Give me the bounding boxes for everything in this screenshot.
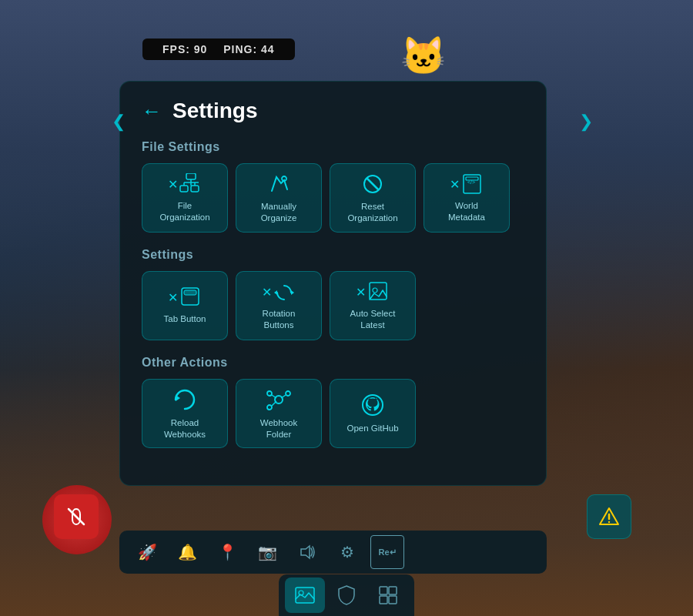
svg-rect-36	[380, 587, 387, 594]
file-organization-icon: ✕	[168, 173, 202, 195]
svg-marker-20	[274, 290, 277, 295]
open-github-label: Open GitHub	[346, 423, 398, 434]
webhook-folder-icon	[266, 387, 291, 412]
svg-rect-39	[389, 596, 397, 604]
reset-organization-icon	[361, 172, 384, 196]
open-github-button[interactable]: Open GitHub	[330, 379, 416, 448]
tab-grid-button[interactable]	[368, 578, 408, 613]
rocket-icon[interactable]: 🚀	[130, 535, 164, 569]
world-metadata-button[interactable]: ✕ </> WorldMetadata	[424, 163, 510, 233]
page-title: Settings	[172, 99, 257, 123]
file-settings-label: File Settings	[142, 140, 524, 154]
reload-webhooks-button[interactable]: ReloadWebhooks	[142, 379, 228, 448]
reload-webhooks-label: ReloadWebhooks	[164, 417, 206, 440]
settings-panel: ← Settings File Settings ✕	[119, 81, 547, 486]
file-settings-grid: ✕ FileOrganization	[142, 163, 524, 233]
auto-select-latest-icon: ✕	[356, 281, 390, 303]
fps-bar: FPS: 90 PING: 44	[142, 38, 295, 60]
webhook-folder-button[interactable]: WebhookFolder	[236, 379, 322, 448]
warning-panel	[587, 494, 631, 539]
warning-button[interactable]	[587, 494, 631, 539]
taskbar: 🚀 🔔 📍 📷 ⚙ Re↵	[119, 531, 547, 574]
svg-line-10	[367, 179, 378, 189]
svg-text:✕: ✕	[262, 286, 272, 299]
manually-organize-button[interactable]: ManuallyOrganize	[236, 163, 322, 233]
bell-icon[interactable]: 🔔	[170, 535, 204, 569]
settings-label: Settings	[142, 248, 524, 262]
other-actions-grid: ReloadWebhooks WebhookFolder	[142, 379, 524, 448]
svg-point-45	[608, 521, 610, 523]
svg-marker-33	[301, 546, 310, 558]
svg-rect-1	[186, 173, 196, 179]
svg-marker-24	[176, 395, 180, 401]
reset-organization-button[interactable]: ResetOrganization	[330, 163, 416, 233]
svg-rect-38	[380, 596, 387, 604]
settings-header: ← Settings	[142, 99, 524, 123]
svg-line-42	[69, 509, 84, 524]
rotation-buttons-label: RotationButtons	[263, 308, 296, 331]
svg-text:✕: ✕	[168, 291, 178, 304]
svg-point-8	[282, 176, 286, 181]
tab-image-button[interactable]	[285, 578, 325, 613]
svg-point-27	[286, 391, 290, 396]
svg-point-28	[267, 405, 272, 410]
auto-select-latest-label: Auto SelectLatest	[350, 308, 396, 331]
auto-select-latest-button[interactable]: ✕ Auto SelectLatest	[330, 271, 416, 340]
svg-text:✕: ✕	[356, 286, 366, 299]
manually-organize-icon	[267, 172, 290, 196]
settings-grid: ✕ Tab Button ✕	[142, 271, 524, 340]
wing-left-icon: ❮	[112, 112, 126, 132]
webhook-folder-label: WebhookFolder	[260, 417, 297, 440]
tab-shield-button[interactable]	[326, 578, 367, 613]
reload-webhooks-icon	[172, 387, 197, 412]
world-metadata-label: WorldMetadata	[448, 200, 485, 223]
reset-organization-label: ResetOrganization	[347, 201, 397, 224]
svg-rect-2	[180, 186, 188, 192]
svg-point-26	[267, 391, 272, 396]
rotation-buttons-button[interactable]: ✕ RotationButtons	[236, 271, 322, 340]
back-button[interactable]: ←	[142, 99, 162, 123]
tab-button-button[interactable]: ✕ Tab Button	[142, 271, 228, 340]
mic-mute-panel	[54, 494, 99, 539]
mic-mute-button[interactable]	[54, 494, 99, 539]
relay-icon[interactable]: Re↵	[370, 535, 404, 569]
fps-label: FPS: 90	[162, 43, 207, 55]
svg-rect-37	[389, 587, 397, 594]
svg-rect-17	[184, 290, 196, 295]
svg-text:</>: </>	[467, 179, 475, 185]
tab-button-label: Tab Button	[164, 313, 206, 325]
svg-line-31	[272, 401, 276, 406]
ping-label: PING: 44	[223, 43, 274, 55]
file-organization-label: FileOrganization	[159, 200, 209, 223]
manually-organize-label: ManuallyOrganize	[261, 201, 297, 224]
pin-icon[interactable]: 📍	[210, 535, 244, 569]
world-metadata-icon: ✕ </>	[450, 173, 484, 195]
file-organization-button[interactable]: ✕ FileOrganization	[142, 163, 228, 233]
svg-point-23	[373, 288, 377, 293]
camera-icon[interactable]: 📷	[250, 535, 284, 569]
rotation-buttons-icon: ✕	[262, 281, 296, 303]
wing-right-icon: ❯	[579, 112, 593, 132]
svg-text:✕: ✕	[168, 178, 178, 191]
open-github-icon	[360, 393, 385, 417]
cat-mascot: 🐱	[400, 35, 447, 78]
tab-bar	[279, 574, 414, 616]
svg-text:✕: ✕	[450, 178, 460, 191]
svg-marker-19	[291, 290, 294, 295]
speaker-icon[interactable]	[290, 535, 324, 569]
tab-button-icon: ✕	[168, 286, 202, 308]
svg-rect-3	[191, 186, 199, 192]
other-actions-label: Other Actions	[142, 356, 524, 370]
gear-icon[interactable]: ⚙	[330, 535, 364, 569]
